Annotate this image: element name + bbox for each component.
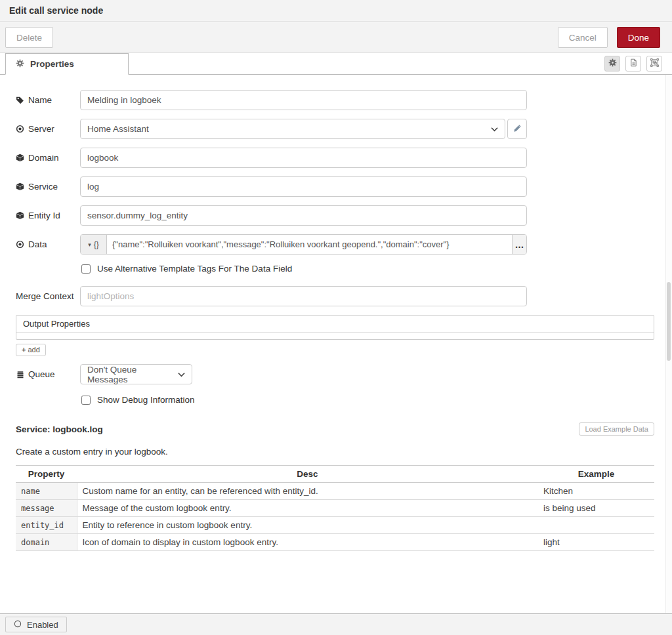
- property-example: Kitchen: [538, 483, 654, 500]
- data-row: Data ▾ {} {"name":"Rolluiken voorkant","…: [16, 234, 654, 255]
- data-typed-input: ▾ {} {"name":"Rolluiken voorkant","messa…: [80, 234, 527, 255]
- table-row: domain Icon of domain to display in cust…: [16, 534, 654, 551]
- output-properties-header: Output Properties: [16, 316, 654, 333]
- properties-gear-button[interactable]: [604, 56, 620, 72]
- expand-editor-button[interactable]: …: [512, 235, 526, 254]
- dot-circle-icon: [16, 125, 24, 133]
- property-example: [538, 517, 654, 534]
- dialog-toolbar: Delete Cancel Done: [0, 22, 672, 52]
- table-header-row: Property Desc Example: [16, 466, 654, 483]
- table-row: entity_id Entity to reference in custom …: [16, 517, 654, 534]
- json-type-badge: {}: [94, 240, 99, 249]
- caret-down-icon: ▾: [88, 241, 91, 248]
- property-example: is being used: [538, 500, 654, 517]
- add-output-property-button[interactable]: + add: [16, 344, 46, 356]
- domain-input[interactable]: [80, 148, 527, 168]
- data-input[interactable]: {"name":"Rolluiken voorkant","message":"…: [107, 235, 512, 254]
- entity-id-input[interactable]: [80, 205, 527, 226]
- dialog-footer: Enabled: [0, 613, 672, 635]
- server-select[interactable]: Home Assistant: [80, 119, 505, 139]
- dialog-title: Edit call service node: [0, 0, 672, 22]
- merge-context-row: Merge Context: [16, 286, 654, 306]
- service-docs-header: Service: logbook.log Load Example Data: [16, 422, 654, 436]
- chevron-down-icon: [491, 124, 498, 134]
- merge-context-label: Merge Context: [16, 291, 80, 301]
- load-example-data-button[interactable]: Load Example Data: [579, 422, 654, 436]
- table-row: name Custom name for an entity, can be r…: [16, 483, 654, 500]
- data-type-selector[interactable]: ▾ {}: [81, 235, 107, 254]
- server-select-value: Home Assistant: [87, 124, 149, 134]
- tab-mini-buttons: [604, 56, 662, 72]
- enabled-label: Enabled: [27, 620, 58, 630]
- property-name: domain: [16, 534, 77, 551]
- entity-id-row: Entity Id: [16, 205, 654, 226]
- property-desc: Icon of domain to display in custom logb…: [77, 534, 538, 551]
- domain-row: Domain: [16, 148, 654, 168]
- service-attributes-table: Property Desc Example name Custom name f…: [16, 465, 654, 551]
- entity-id-label: Entity Id: [16, 211, 80, 220]
- data-label: Data: [16, 239, 80, 249]
- queue-row: Queue Don't Queue Messages: [16, 364, 654, 384]
- tab-properties-label: Properties: [30, 59, 74, 69]
- cube-icon: [16, 154, 24, 162]
- name-label: Name: [16, 95, 80, 105]
- pencil-icon: [513, 124, 522, 134]
- property-desc: Custom name for an entity, can be refere…: [77, 483, 538, 500]
- scrollbar-track[interactable]: [665, 75, 672, 613]
- tag-icon: [16, 96, 24, 104]
- cancel-button[interactable]: Cancel: [558, 27, 608, 48]
- alt-tags-checkbox[interactable]: [81, 264, 91, 274]
- properties-form: Name Server Home Assistant: [0, 75, 665, 613]
- circle-icon: [14, 620, 22, 630]
- queue-label: Queue: [16, 369, 80, 379]
- service-label: Service: [16, 182, 80, 192]
- property-desc: Message of the custom logbook entry.: [77, 500, 538, 517]
- queue-select-value: Don't Queue Messages: [87, 365, 178, 384]
- debug-row: Show Debug Information: [81, 395, 654, 405]
- domain-label: Domain: [16, 153, 80, 163]
- property-name: entity_id: [16, 517, 77, 534]
- alt-tags-row: Use Alternative Template Tags For The Da…: [81, 264, 654, 274]
- enabled-toggle-button[interactable]: Enabled: [5, 617, 67, 632]
- queue-select[interactable]: Don't Queue Messages: [80, 364, 192, 384]
- tab-bar: Properties: [0, 53, 672, 75]
- service-description: Create a custom entry in your logbook.: [16, 447, 654, 457]
- alt-tags-label: Use Alternative Template Tags For The Da…: [97, 264, 292, 274]
- server-row: Server Home Assistant: [16, 119, 654, 139]
- service-input[interactable]: [80, 176, 527, 197]
- delete-button[interactable]: Delete: [5, 27, 53, 48]
- description-button[interactable]: [625, 56, 641, 72]
- column-header-property: Property: [16, 466, 77, 483]
- property-name: name: [16, 483, 77, 500]
- output-properties-list: Output Properties: [16, 315, 654, 340]
- service-row: Service: [16, 176, 654, 197]
- output-properties-body: [16, 333, 654, 339]
- queue-bars-icon: [16, 371, 24, 379]
- cube-icon: [16, 211, 24, 220]
- gear-icon: [608, 58, 617, 69]
- edit-server-button[interactable]: [507, 119, 527, 139]
- tab-properties[interactable]: Properties: [5, 53, 129, 75]
- object-group-icon: [650, 58, 659, 69]
- table-row: message Message of the custom logbook en…: [16, 500, 654, 517]
- chevron-down-icon: [178, 369, 185, 379]
- toolbar-right-group: Cancel Done: [558, 27, 660, 48]
- property-name: message: [16, 500, 77, 517]
- server-label: Server: [16, 124, 80, 134]
- column-header-desc: Desc: [77, 466, 538, 483]
- debug-label: Show Debug Information: [97, 395, 195, 405]
- done-button[interactable]: Done: [617, 27, 660, 48]
- gear-icon: [16, 59, 24, 70]
- column-header-example: Example: [538, 466, 654, 483]
- plus-icon: +: [22, 346, 26, 354]
- name-input[interactable]: [80, 90, 527, 110]
- appearance-button[interactable]: [646, 56, 662, 72]
- debug-checkbox[interactable]: [81, 396, 91, 405]
- document-icon: [629, 58, 638, 69]
- name-row: Name: [16, 90, 654, 110]
- merge-context-input[interactable]: [80, 286, 527, 306]
- property-desc: Entity to reference in custom logbook en…: [77, 517, 538, 534]
- service-docs-title: Service: logbook.log: [16, 424, 103, 434]
- cube-icon: [16, 182, 24, 191]
- scrollbar-thumb[interactable]: [667, 282, 671, 361]
